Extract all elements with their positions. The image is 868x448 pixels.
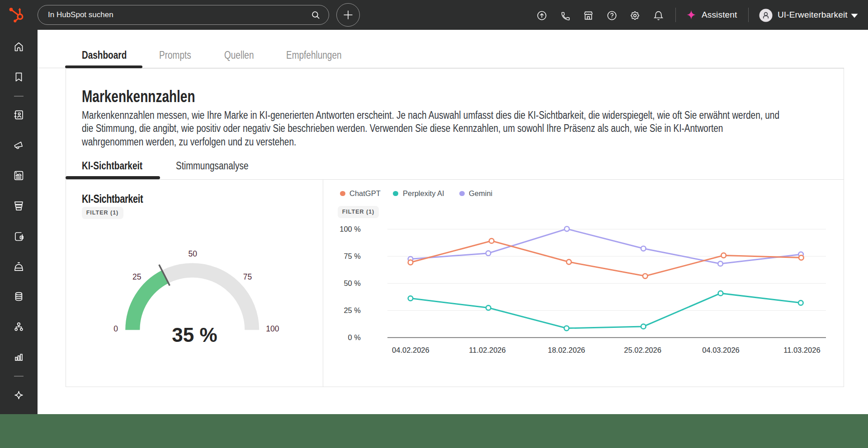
svg-text:100 %: 100 % [340,225,361,233]
svg-text:0: 0 [113,324,118,333]
svg-text:100: 100 [266,324,279,333]
svg-text:11.02.2026: 11.02.2026 [469,346,505,354]
svg-text:75: 75 [243,272,251,281]
svg-text:25 %: 25 % [344,306,361,314]
svg-text:04.03.2026: 04.03.2026 [702,346,740,354]
svg-text:50: 50 [188,249,197,258]
svg-text:18.02.2026: 18.02.2026 [548,346,585,354]
svg-text:25.02.2026: 25.02.2026 [624,346,661,354]
svg-text:25: 25 [132,272,141,281]
svg-text:11.03.2026: 11.03.2026 [783,346,820,354]
svg-text:35 %: 35 % [172,324,217,346]
svg-text:75 %: 75 % [344,252,361,260]
svg-text:04.02.2026: 04.02.2026 [392,346,429,354]
svg-text:0 %: 0 % [348,333,361,341]
svg-text:50 %: 50 % [344,279,361,287]
